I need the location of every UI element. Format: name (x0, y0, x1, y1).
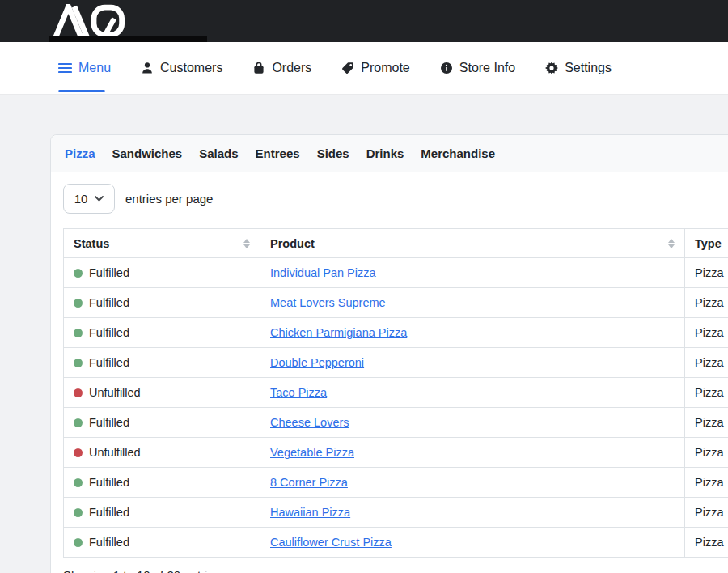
tab-entrees[interactable]: Entrees (256, 146, 300, 160)
table-header-row: Status Product Type (64, 229, 728, 258)
product-link[interactable]: Cheese Lovers (270, 416, 349, 429)
table-row: Fulfilled Cheese Lovers Pizza (64, 408, 728, 438)
table-row: Fulfilled Cauliflower Crust Pizza Pizza (64, 528, 728, 558)
status-label: Unfulfilled (89, 386, 141, 399)
status-dot-icon (74, 388, 83, 397)
product-link[interactable]: Hawaiian Pizza (270, 506, 350, 519)
tab-sides[interactable]: Sides (317, 146, 349, 160)
top-app-bar (0, 0, 728, 42)
nav-item-label: Menu (78, 61, 111, 75)
table-row: Fulfilled 8 Corner Pizza Pizza (64, 468, 728, 498)
column-header-type[interactable]: Type (685, 229, 728, 258)
page-size-select[interactable]: 10 (63, 184, 115, 214)
status-dot-icon (74, 478, 83, 487)
tag-icon (341, 62, 354, 74)
status-dot-icon (74, 359, 83, 367)
status-cell: Fulfilled (64, 408, 260, 438)
tab-sandwiches[interactable]: Sandwiches (112, 146, 183, 160)
hamburger-icon (58, 62, 72, 74)
product-cell: Cheese Lovers (260, 408, 685, 438)
status-label: Fulfilled (89, 506, 129, 519)
product-cell: Hawaiian Pizza (260, 498, 685, 528)
product-link[interactable]: Meat Lovers Supreme (270, 296, 386, 309)
status-cell: Unfulfilled (64, 378, 260, 408)
type-cell: Pizza (685, 528, 728, 558)
product-link[interactable]: Vegetable Pizza (270, 446, 354, 459)
type-cell: Pizza (685, 258, 728, 288)
status-dot-icon (74, 538, 83, 547)
status-label: Fulfilled (89, 266, 129, 279)
page-content: Pizza Sandwiches Salads Entrees Sides Dr… (0, 95, 728, 573)
card-body: 10 entries per page Status (51, 172, 728, 573)
nav-item-promote[interactable]: Promote (341, 61, 409, 75)
column-label: Status (74, 237, 109, 250)
status-cell: Fulfilled (64, 318, 260, 348)
nav-item-menu[interactable]: Menu (58, 61, 111, 75)
status-cell: Unfulfilled (64, 438, 260, 468)
status-dot-icon (74, 269, 83, 278)
status-label: Fulfilled (89, 326, 129, 339)
page-size-row: 10 entries per page (63, 184, 728, 214)
aiq-logo-icon (50, 4, 138, 38)
column-label: Product (270, 237, 315, 250)
product-cell: Double Pepperoni (260, 348, 685, 378)
table-row: Unfulfilled Vegetable Pizza Pizza (64, 438, 728, 468)
table-row: Fulfilled Individual Pan Pizza Pizza (64, 258, 728, 288)
type-cell: Pizza (685, 318, 728, 348)
product-cell: Individual Pan Pizza (260, 258, 685, 288)
nav-item-store-info[interactable]: Store Info (440, 61, 515, 75)
column-header-status[interactable]: Status (64, 229, 260, 258)
nav-item-label: Orders (272, 61, 311, 75)
product-link[interactable]: Individual Pan Pizza (270, 266, 376, 279)
nav-item-orders[interactable]: Orders (252, 61, 311, 75)
table-row: Fulfilled Double Pepperoni Pizza (64, 348, 728, 378)
status-label: Fulfilled (89, 536, 129, 549)
nav-item-settings[interactable]: Settings (545, 61, 612, 75)
table-summary: Showing 1 to 10 of 20 entries (63, 568, 728, 573)
person-icon (141, 62, 154, 74)
logo-background-strip (49, 36, 207, 42)
product-link[interactable]: Cauliflower Crust Pizza (270, 536, 392, 549)
nav-item-label: Store Info (459, 61, 515, 75)
product-link[interactable]: 8 Corner Pizza (270, 476, 348, 489)
chevron-down-icon (95, 196, 104, 202)
column-header-product[interactable]: Product (260, 229, 685, 258)
active-nav-underline (58, 90, 105, 92)
table-row: Fulfilled Chicken Parmigiana Pizza Pizza (64, 318, 728, 348)
product-link[interactable]: Taco Pizza (270, 386, 327, 399)
brand-logo[interactable] (50, 3, 147, 39)
type-cell: Pizza (685, 288, 728, 318)
status-dot-icon (74, 418, 83, 427)
type-cell: Pizza (685, 378, 728, 408)
nav-item-label: Promote (361, 61, 409, 75)
sort-icon[interactable] (243, 239, 250, 248)
product-cell: Meat Lovers Supreme (260, 288, 685, 318)
tab-salads[interactable]: Salads (199, 146, 238, 160)
table-row: Fulfilled Meat Lovers Supreme Pizza (64, 288, 728, 318)
column-label: Type (695, 237, 722, 250)
category-tab-bar: Pizza Sandwiches Salads Entrees Sides Dr… (51, 135, 728, 172)
status-label: Fulfilled (89, 296, 129, 309)
tab-drinks[interactable]: Drinks (366, 146, 404, 160)
type-cell: Pizza (685, 438, 728, 468)
status-cell: Fulfilled (64, 468, 260, 498)
type-cell: Pizza (685, 408, 728, 438)
bag-icon (252, 62, 265, 74)
nav-item-label: Settings (565, 61, 612, 75)
nav-item-customers[interactable]: Customers (141, 61, 222, 75)
product-link[interactable]: Double Pepperoni (270, 356, 364, 369)
product-cell: Vegetable Pizza (260, 438, 685, 468)
status-dot-icon (74, 508, 83, 517)
product-link[interactable]: Chicken Parmigiana Pizza (270, 326, 407, 339)
info-icon (440, 62, 453, 74)
menu-card: Pizza Sandwiches Salads Entrees Sides Dr… (50, 134, 728, 573)
nav-item-label: Customers (160, 61, 222, 75)
product-cell: Taco Pizza (260, 378, 685, 408)
status-label: Fulfilled (89, 476, 129, 489)
status-cell: Fulfilled (64, 528, 260, 558)
tab-pizza[interactable]: Pizza (65, 146, 95, 160)
status-label: Fulfilled (89, 416, 129, 429)
tab-merchandise[interactable]: Merchandise (421, 146, 495, 160)
type-cell: Pizza (685, 348, 728, 378)
sort-icon[interactable] (668, 239, 675, 248)
